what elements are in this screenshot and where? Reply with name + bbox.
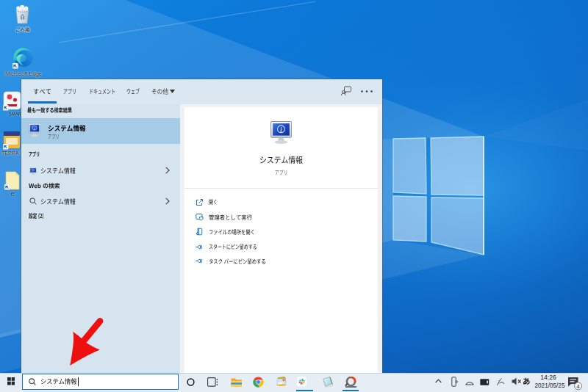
svg-text:4: 4: [577, 382, 580, 389]
